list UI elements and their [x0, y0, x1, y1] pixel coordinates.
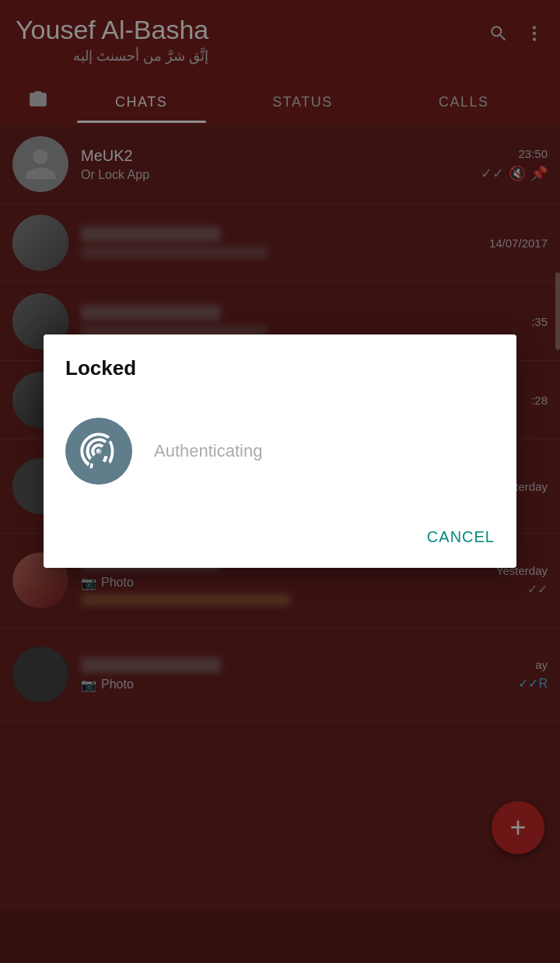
auth-text: Authenticating [154, 441, 262, 461]
locked-dialog: Locked Authenticating CANCEL [44, 334, 516, 568]
dialog-actions: CANCEL [65, 522, 495, 552]
cancel-button[interactable]: CANCEL [427, 522, 495, 552]
fingerprint-icon [65, 418, 132, 485]
dialog-content: Authenticating [65, 418, 495, 485]
dialog-title: Locked [65, 356, 495, 380]
svg-point-3 [96, 449, 102, 454]
